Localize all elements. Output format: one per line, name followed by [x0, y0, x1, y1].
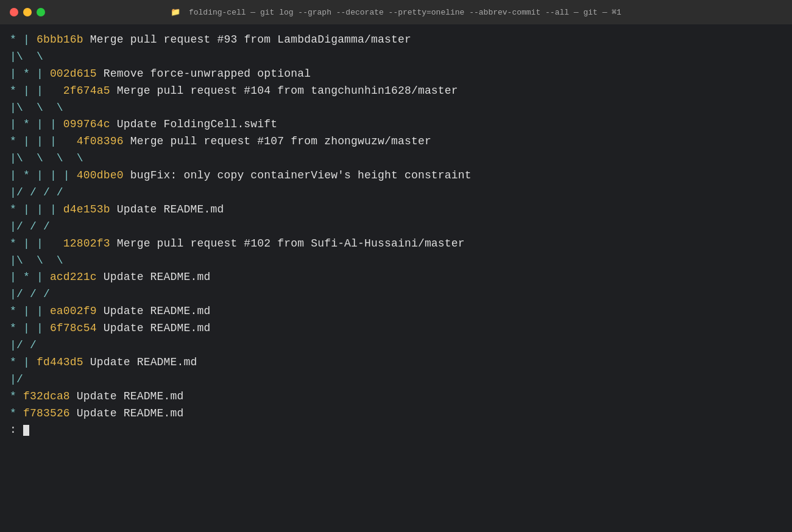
terminal-segment: * |: [10, 33, 37, 46]
terminal-segment: 2f674a5: [63, 85, 110, 97]
terminal-line: | * | | 099764c Update FoldingCell.swift: [10, 116, 782, 133]
terminal-segment: Merge pull request #102: [110, 237, 278, 250]
terminal-segment: Update FoldingCell.swift: [110, 118, 278, 130]
terminal-segment: |\ \ \: [10, 102, 63, 114]
terminal-line: |\ \ \: [10, 100, 782, 117]
terminal-segment: |\ \: [10, 51, 43, 63]
terminal-segment: zhongwuzw/master: [317, 135, 431, 147]
terminal-segment: f783526: [23, 407, 70, 419]
terminal-segment: | * |: [10, 271, 50, 283]
terminal-line: * f783526 Update README.md: [10, 405, 782, 422]
terminal-line: * | | 2f674a5 Merge pull request #104 fr…: [10, 83, 782, 100]
terminal-segment: * | |: [10, 305, 50, 317]
terminal-segment: |\ \ \ \: [10, 152, 83, 164]
terminal-line: * | | | 4f08396 Merge pull request #107 …: [10, 133, 782, 150]
terminal-segment: Update README.md: [110, 203, 224, 215]
terminal-segment: bugFix: only copy containerView's height…: [124, 169, 472, 181]
terminal-body: * | 6bbb16b Merge pull request #93 from …: [0, 24, 792, 532]
terminal-segment: tangchunhin1628/master: [304, 85, 458, 97]
cursor[interactable]: [23, 425, 29, 436]
terminal-segment: * | | |: [10, 203, 63, 215]
terminal-segment: | * | |: [10, 118, 63, 130]
terminal-line: |/ /: [10, 337, 782, 354]
terminal-line: * | | 12802f3 Merge pull request #102 fr…: [10, 236, 782, 253]
minimize-button[interactable]: [23, 8, 32, 16]
terminal-segment: * | |: [10, 322, 50, 334]
close-button[interactable]: [10, 8, 18, 16]
maximize-button[interactable]: [37, 8, 45, 16]
terminal-segment: |/ /: [10, 339, 37, 351]
terminal-segment: Sufi-Al-Hussaini/master: [304, 237, 465, 250]
terminal-segment: Merge pull request #104: [110, 85, 278, 97]
terminal-segment: |/ / /: [10, 220, 50, 233]
terminal-segment: Update README.md: [83, 356, 197, 368]
terminal-segment: 6f78c54: [50, 322, 97, 334]
terminal-segment: | * |: [10, 68, 50, 80]
terminal-segment: Update README.md: [97, 271, 211, 283]
terminal-segment: 400dbe0: [77, 169, 124, 181]
terminal-line: :: [10, 422, 782, 439]
terminal-segment: * | |: [10, 85, 63, 97]
terminal-segment: |/ / /: [10, 288, 50, 300]
terminal-segment: LambdaDigamma/master: [270, 33, 411, 46]
terminal-segment: Update README.md: [97, 305, 211, 317]
terminal-line: * | | ea002f9 Update README.md: [10, 303, 782, 320]
terminal-segment: Update README.md: [70, 390, 184, 402]
terminal-segment: ea002f9: [50, 305, 97, 317]
terminal-segment: Update README.md: [97, 322, 211, 334]
terminal-line: |\ \ \ \: [10, 150, 782, 167]
terminal-line: * | fd443d5 Update README.md: [10, 354, 782, 371]
terminal-segment: 12802f3: [63, 237, 110, 250]
terminal-segment: 4f08396: [77, 135, 124, 147]
window-title: 📁 folding-cell — git log --graph --decor…: [171, 7, 621, 17]
terminal-segment: :: [10, 424, 23, 436]
terminal-segment: 6bbb16b: [37, 33, 83, 46]
terminal-line: |/ / /: [10, 286, 782, 303]
terminal-segment: Merge pull request #107: [124, 135, 291, 147]
terminal-segment: * | |: [10, 237, 63, 250]
terminal-segment: from: [277, 85, 304, 97]
terminal-line: |/ / /: [10, 219, 782, 236]
terminal-line: |/ / / /: [10, 184, 782, 201]
terminal-line: | * | acd221c Update README.md: [10, 269, 782, 286]
terminal-segment: f32dca8: [23, 390, 70, 402]
terminal-segment: 099764c: [63, 118, 110, 130]
terminal-segment: fd443d5: [37, 356, 83, 368]
title-bar: 📁 folding-cell — git log --graph --decor…: [0, 0, 792, 24]
terminal-line: * | | 6f78c54 Update README.md: [10, 320, 782, 337]
terminal-segment: from: [244, 33, 270, 46]
terminal-segment: from: [291, 135, 317, 147]
traffic-lights: [10, 8, 45, 16]
terminal-line: * | 6bbb16b Merge pull request #93 from …: [10, 32, 782, 49]
terminal-segment: Merge pull request #93: [83, 33, 244, 46]
terminal-line: | * | | | 400dbe0 bugFix: only copy cont…: [10, 167, 782, 184]
terminal-segment: acd221c: [50, 271, 97, 283]
terminal-line: |/: [10, 371, 782, 388]
terminal-line: |\ \: [10, 49, 782, 66]
terminal-segment: |/: [10, 373, 23, 385]
terminal-segment: Update README.md: [70, 407, 184, 419]
terminal-segment: 002d615: [50, 68, 97, 80]
terminal-segment: * | | |: [10, 135, 77, 147]
terminal-segment: |/ / / /: [10, 186, 63, 198]
terminal-segment: |\ \ \: [10, 254, 63, 267]
folder-icon: 📁: [171, 8, 180, 17]
terminal-line: | * | 002d615 Remove force-unwrapped opt…: [10, 66, 782, 83]
terminal-segment: *: [10, 390, 23, 402]
terminal-segment: *: [10, 407, 23, 419]
terminal-segment: from: [277, 237, 304, 250]
terminal-segment: | * | | |: [10, 169, 77, 181]
terminal-line: * f32dca8 Update README.md: [10, 388, 782, 405]
terminal-segment: * |: [10, 356, 37, 368]
terminal-line: |\ \ \: [10, 253, 782, 270]
terminal-line: * | | | d4e153b Update README.md: [10, 201, 782, 219]
terminal-segment: d4e153b: [63, 203, 110, 215]
terminal-segment: Remove force-unwrapped optional: [97, 68, 311, 80]
